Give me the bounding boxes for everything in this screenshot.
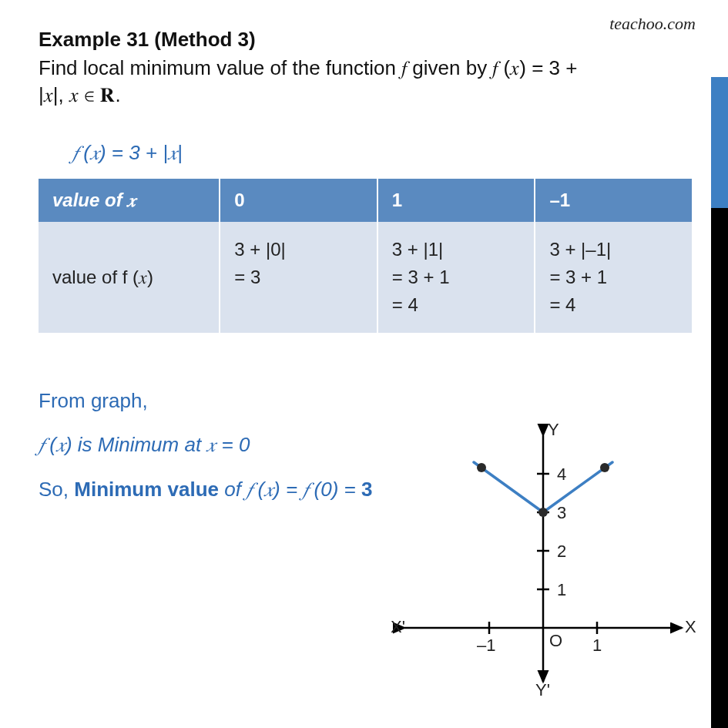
y-tick-label: 2 [557,542,566,561]
cell-line: 3 + |–1| [549,239,611,260]
table-header-row: value of 𝑥 0 1 –1 [39,179,693,222]
table-row: value of f (𝑥) 3 + |0| = 3 3 + |1| = 3 +… [39,222,693,333]
conclusion-line-1: From graph, [39,379,689,423]
function-equation: 𝑓 (𝑥) = 3 + |𝑥| [72,141,689,165]
cell-line: = 4 [392,294,418,315]
axis-y-label: Y [548,420,559,439]
origin-label: O [549,631,562,650]
vertex-point [538,508,548,517]
cell-line: = 3 [234,267,260,287]
cell-x1: 3 + |1| = 3 + 1 = 4 [377,222,535,333]
cell-line: 3 + |1| [392,239,444,260]
cell-line: 3 + |0| [234,239,286,260]
text-bold: 3 [361,478,372,501]
question-line-1: Find local minimum value of the function… [39,56,577,79]
question-text: Find local minimum value of the function… [39,55,689,109]
graph-svg: 4 3 2 1 –1 1 O X X' Y Y' [389,420,697,697]
header-x: value of 𝑥 [39,179,220,222]
cell-line: = 4 [549,294,575,315]
right-point [600,463,609,472]
y-tick-label: 3 [557,503,566,522]
side-accent-black [711,208,728,728]
cell-xneg1: 3 + |–1| = 3 + 1 = 4 [535,222,693,333]
header-0: 0 [220,179,377,222]
text: of 𝑓 (𝑥) = 𝑓 (0) = [219,478,361,501]
side-accent-blue [711,77,728,208]
cell-line: = 3 + 1 [549,267,607,287]
axis-xprime-label: X' [391,617,405,636]
header-neg1: –1 [535,179,693,222]
watermark: teachoo.com [609,14,696,34]
graph-container: 4 3 2 1 –1 1 O X X' Y Y' [389,420,697,697]
x-tick-label: 1 [592,636,602,655]
text-bold: Minimum value [74,478,219,501]
axis-yprime-label: Y' [535,680,550,697]
value-table: value of 𝑥 0 1 –1 value of f (𝑥) 3 + |0|… [39,179,693,333]
header-1: 1 [377,179,535,222]
example-title: Example 31 (Method 3) [39,28,689,52]
y-tick-label: 1 [557,580,566,599]
text: So, [39,478,74,501]
y-tick-label: 4 [557,465,566,484]
left-point [477,463,486,472]
x-tick-label: –1 [477,636,495,655]
question-line-2: |𝑥|, 𝑥 ∈ 𝐑. [39,83,121,106]
cell-line: = 3 + 1 [392,267,450,287]
cell-x0: 3 + |0| = 3 [220,222,377,333]
axis-x-label: X [685,617,696,636]
row-label: value of f (𝑥) [39,222,220,333]
header-x-label: value of 𝑥 [52,190,136,210]
